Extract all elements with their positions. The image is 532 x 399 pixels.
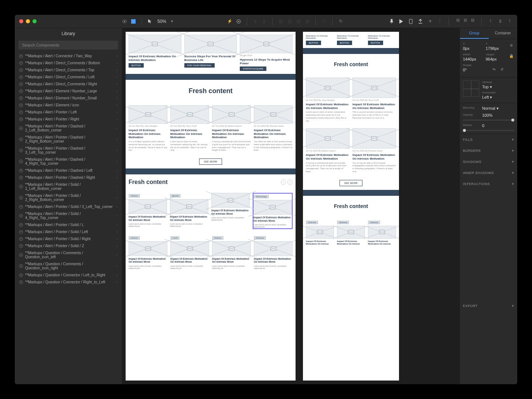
next-arrow-icon[interactable]: › xyxy=(287,180,293,185)
canvas[interactable]: Impact Of Extrinsic Motivation On Intrin… xyxy=(122,28,460,384)
cursor-icon[interactable] xyxy=(147,18,153,24)
button[interactable]: BUTTON xyxy=(129,63,144,68)
content-card[interactable]: 22 Oct 2019 By Riounte HoweImpact Of Ext… xyxy=(254,105,293,152)
tag-card[interactable]: SportsImpact Of Extrinsic Motivation On … xyxy=(170,193,208,229)
expand-icon[interactable]: + xyxy=(19,205,23,209)
hero-card[interactable]: Success Steps For Your Personal Or Busin… xyxy=(184,35,237,71)
tag-card[interactable]: ScienceImpact Of Extrinsic Motivation On… xyxy=(368,219,396,245)
library-item[interactable]: +**Markups / Alert / Direct_Comments / B… xyxy=(15,59,122,66)
content-card[interactable]: 22 Oct 2019 By Terry FoollImpact Of Extr… xyxy=(352,78,396,122)
tag-card[interactable]: LandImpact Of Extrinsic Motivation On In… xyxy=(170,235,209,270)
library-item[interactable]: +**Markups / Alert / Element / Number_Sm… xyxy=(15,95,122,102)
tag-card[interactable]: HistoryImpact Of Extrinsic Motivation On… xyxy=(129,235,167,270)
minimize-icon[interactable] xyxy=(26,19,30,23)
target-icon[interactable]: ⊕ xyxy=(508,42,514,48)
plus-icon[interactable]: + xyxy=(511,170,514,175)
prev-arrow-icon[interactable]: ‹ xyxy=(281,180,286,185)
inspector-section-interactions[interactable]: INTERACTIONS+ xyxy=(460,178,517,190)
expand-icon[interactable]: + xyxy=(19,244,23,248)
library-item[interactable]: +**Markups / Alert / Pointer / Left› xyxy=(15,109,122,116)
x-input[interactable]: 0px xyxy=(463,46,481,51)
flip-h-icon[interactable]: ⇋ xyxy=(491,66,497,72)
dist1-icon[interactable]: ⊺ xyxy=(488,18,494,24)
more-icon[interactable]: ⋮ xyxy=(437,18,443,24)
opacity-slider[interactable] xyxy=(463,120,514,120)
library-item[interactable]: +**Markups / Alert / Pointer / Dashed / … xyxy=(15,174,122,181)
library-item[interactable]: +**Markups / Alert / Pointer / Solid / 2… xyxy=(15,192,122,203)
blend-select[interactable]: Normal ▾ xyxy=(482,106,499,111)
anchor3-icon[interactable]: ⊟ xyxy=(470,17,475,23)
expand-icon[interactable]: + xyxy=(19,160,23,163)
library-item[interactable]: +**Markups / Alert / Pointer / Solid / L… xyxy=(15,221,122,228)
expand-icon[interactable]: + xyxy=(19,117,23,121)
library-item[interactable]: +**Markups / Question / Connector / Left… xyxy=(15,272,122,279)
expand-icon[interactable]: + xyxy=(19,110,23,114)
content-card[interactable]: 22 Oct 2019 By Jane MorganImpact Of Extr… xyxy=(129,105,167,152)
content-card[interactable]: 22 Oct 2019 By Terry FoollImpact Of Extr… xyxy=(170,105,209,152)
tool2-icon[interactable]: ◫ xyxy=(287,18,293,24)
gear-icon[interactable] xyxy=(236,18,242,24)
plus-icon[interactable]: + xyxy=(511,148,514,153)
library-item[interactable]: +**Markups / Alert / Pointer / Dashed / … xyxy=(15,167,122,174)
expand-icon[interactable]: + xyxy=(19,61,23,65)
expand-icon[interactable]: + xyxy=(19,196,23,200)
tool1-icon[interactable]: ◫ xyxy=(278,18,284,24)
artboard-desktop[interactable]: Impact Of Extrinsic Motivation On Intrin… xyxy=(126,32,296,381)
library-item[interactable]: +**Markups / Alert / Direct_Comments / L… xyxy=(15,74,122,81)
hero-card[interactable]: Impact Of Extrinsic Motivation On Intrin… xyxy=(129,35,181,71)
expand-icon[interactable]: + xyxy=(19,149,23,152)
see-more-button[interactable]: SEE MORE xyxy=(340,180,363,186)
library-item[interactable]: +**Markups / Alert / Pointer / Solid / R… xyxy=(15,235,122,242)
tag-card[interactable]: ScienceImpact Of Extrinsic Motivation On… xyxy=(337,219,365,245)
library-item[interactable]: +**Markups / Alert / Pointer / Solid / Z… xyxy=(15,242,122,249)
expand-icon[interactable]: + xyxy=(19,68,23,72)
anchor2-icon[interactable]: ⊟ xyxy=(462,17,468,23)
tag-card[interactable]: TechnologyImpact Of Extrinsic Motivation… xyxy=(253,193,293,229)
library-item[interactable]: +**Markups / Alert / Pointer / Right› xyxy=(15,116,122,123)
plus-icon[interactable]: + xyxy=(511,181,514,187)
radius-input[interactable]: 0 xyxy=(482,123,484,128)
expand-icon[interactable]: + xyxy=(19,89,23,93)
close-icon[interactable] xyxy=(19,19,23,23)
library-item[interactable]: +**Markups / Alert / Pointer / Dashed / … xyxy=(15,156,122,167)
library-item[interactable]: +**Markups / Alert / Element / Number_La… xyxy=(15,88,122,95)
dist3-icon[interactable]: ⊺ xyxy=(507,18,513,24)
button[interactable]: STEPSTOACQUIRE xyxy=(240,66,266,71)
halign-select[interactable]: Left ▾ xyxy=(482,95,514,100)
content-card[interactable]: 22 Oct 2019 By Riounte HoweImpact Of Ext… xyxy=(352,128,396,173)
radius-slider[interactable] xyxy=(463,130,514,131)
export-section[interactable]: EXPORT+ xyxy=(460,300,517,311)
play-icon[interactable] xyxy=(398,18,404,24)
expand-icon[interactable]: + xyxy=(19,169,23,173)
library-item[interactable]: +**Markups / Question / Comments / Quest… xyxy=(15,249,122,260)
tag-card[interactable]: Impact Of Extrinsic Motivation On Intrin… xyxy=(211,193,250,229)
maximize-icon[interactable] xyxy=(33,19,37,23)
expand-icon[interactable]: + xyxy=(19,126,23,130)
expand-icon[interactable]: + xyxy=(19,137,23,141)
expand-icon[interactable]: + xyxy=(19,82,23,86)
expand-icon[interactable]: + xyxy=(19,230,23,234)
expand-icon[interactable]: + xyxy=(19,214,23,218)
plus-icon[interactable]: + xyxy=(511,137,514,142)
grid-icon[interactable] xyxy=(130,18,136,24)
button[interactable]: BUTTON xyxy=(306,41,321,45)
expand-icon[interactable]: + xyxy=(19,223,23,227)
artboard-mobile[interactable]: Motivation On Intrinsic MotivationBUTTON… xyxy=(303,32,399,381)
valign-select[interactable]: Top ▾ xyxy=(482,85,514,89)
flip-v-icon[interactable]: ⇵ xyxy=(499,66,505,72)
tag-card[interactable]: HistoryImpact Of Extrinsic Motivation On… xyxy=(212,235,251,270)
tag-card[interactable]: HistoryImpact Of Extrinsic Motivation On… xyxy=(129,193,167,229)
inspector-section-borders[interactable]: BORDERS+ xyxy=(460,145,517,156)
expand-icon[interactable]: + xyxy=(19,253,23,257)
expand-icon[interactable]: + xyxy=(19,96,23,100)
search-input[interactable]: Search Components xyxy=(18,41,118,50)
upload-icon[interactable] xyxy=(417,18,423,24)
expand-icon[interactable]: + xyxy=(19,264,23,268)
zoom-level[interactable]: 50% xyxy=(157,19,166,24)
tool3-icon[interactable]: ◫ xyxy=(296,18,301,24)
expand-icon[interactable]: + xyxy=(19,176,23,180)
dist2-icon[interactable]: ⊻ xyxy=(497,18,503,24)
library-item[interactable]: +**Markups / Question / Comments / Quest… xyxy=(15,260,122,272)
library-item[interactable]: +**Markups / Alert / Pointer / Solid / L… xyxy=(15,228,122,235)
inspector-section-shadows[interactable]: SHADOWS+ xyxy=(460,156,517,167)
